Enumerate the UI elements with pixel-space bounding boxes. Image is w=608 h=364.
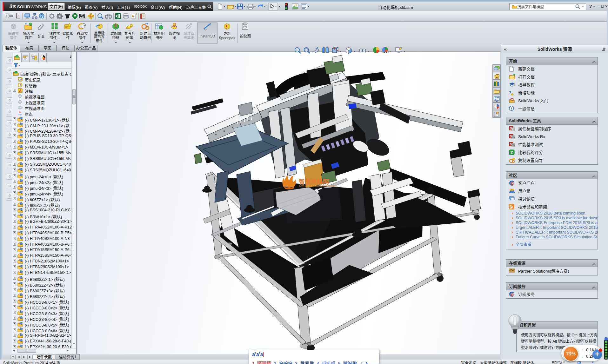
svg-text:3: 3	[10, 4, 12, 9]
svg-text:WORKS: WORKS	[30, 4, 47, 9]
svg-text:S: S	[511, 293, 513, 296]
svg-text:智造资料网: 智造资料网	[299, 178, 329, 185]
svg-text:INTELLIGENT MANUFACTURING DATA: INTELLIGENT MANUFACTURING DATA	[299, 185, 337, 187]
svg-text:Rx: Rx	[512, 144, 515, 147]
svg-text:Rx: Rx	[512, 136, 515, 139]
svg-text:A: A	[132, 14, 134, 18]
svg-text:i: i	[511, 106, 512, 110]
svg-text:S: S	[13, 4, 16, 9]
svg-text:SOLID: SOLID	[17, 4, 30, 9]
svg-text:S: S	[511, 182, 513, 185]
